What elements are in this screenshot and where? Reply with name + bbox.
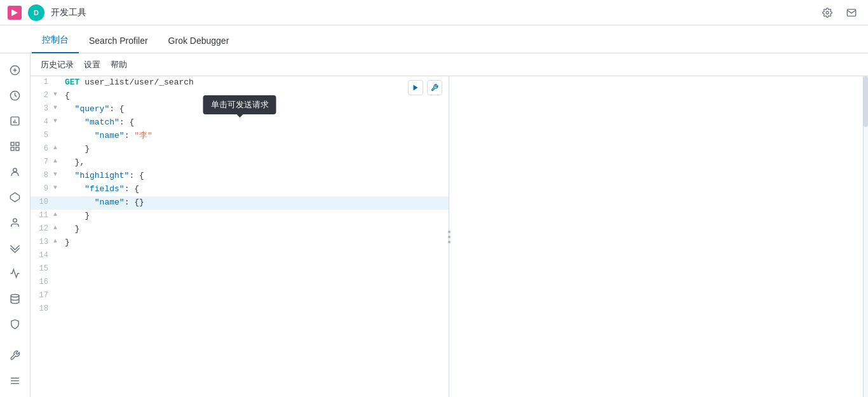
code-line: 16	[31, 276, 449, 290]
svg-rect-7	[16, 142, 19, 145]
sidebar-icon-canvas[interactable]	[4, 160, 27, 183]
main-area: 历史记录 设置 帮助 单击可发送请求	[31, 53, 868, 397]
secondary-toolbar: 历史记录 设置 帮助	[31, 53, 868, 76]
sidebar-icon-siem[interactable]	[4, 313, 27, 335]
code-line: 2 ▼ {	[31, 90, 449, 103]
tab-console[interactable]: 控制台	[32, 28, 79, 53]
user-avatar[interactable]: D	[28, 4, 44, 21]
code-line: 13 ▲ }	[31, 236, 449, 250]
sidebar-icon-more[interactable]	[4, 369, 27, 392]
wrench-button[interactable]	[427, 80, 442, 95]
code-line: 18	[31, 303, 449, 316]
svg-rect-8	[16, 147, 19, 150]
code-line: 7 ▲ },	[31, 156, 449, 170]
sidebar-icon-discover[interactable]	[4, 84, 27, 107]
svg-rect-6	[11, 142, 14, 145]
history-btn[interactable]: 历史记录	[41, 59, 74, 71]
settings-btn[interactable]: 设置	[84, 59, 100, 71]
sidebar-icon-dashboard[interactable]	[4, 135, 27, 158]
svg-point-0	[826, 11, 829, 14]
code-line: 6 ▲ }	[31, 143, 449, 156]
sidebar-icon-user[interactable]	[4, 211, 27, 234]
scrollbar-thumb	[863, 76, 868, 127]
code-line: 14	[31, 250, 449, 263]
sidebar-icon-visualize[interactable]	[4, 109, 27, 132]
content-wrapper: 历史记录 设置 帮助 单击可发送请求	[0, 53, 868, 397]
top-bar: D 开发工具	[0, 0, 868, 25]
sidebar-icon-devtools[interactable]	[4, 344, 27, 367]
code-line: 3 ▼ "query": {	[31, 103, 449, 116]
editor-toolbar	[408, 80, 442, 95]
sidebar	[0, 53, 31, 397]
code-line: 5 "name": "李"	[31, 130, 449, 143]
run-button[interactable]	[408, 80, 423, 95]
code-line: 4 ▼ "match": {	[31, 116, 449, 130]
tab-search-profiler[interactable]: Search Profiler	[79, 29, 158, 53]
sidebar-icon-ml[interactable]	[4, 185, 27, 208]
sidebar-icon-apm[interactable]	[4, 262, 27, 285]
sidebar-icon-home[interactable]	[4, 58, 27, 81]
app-title: 开发工具	[51, 7, 86, 18]
code-line: 11 ▲ }	[31, 210, 449, 223]
sidebar-icon-stack[interactable]	[4, 236, 27, 259]
settings-icon[interactable]	[818, 4, 836, 22]
kibana-logo	[8, 6, 22, 20]
svg-point-10	[13, 168, 17, 172]
left-code-area[interactable]: 1 GET user_list/user/_search 2 ▼ { 3 ▼	[31, 76, 449, 397]
svg-marker-17	[414, 85, 418, 91]
code-line: 15	[31, 263, 449, 276]
sidebar-icon-infra[interactable]	[4, 287, 27, 310]
pane-divider[interactable]	[445, 76, 454, 397]
code-line: 17	[31, 290, 449, 303]
code-line: 1 GET user_list/user/_search	[31, 76, 449, 90]
nav-tabs: 控制台 Search Profiler Grok Debugger	[0, 25, 868, 53]
tab-grok-debugger[interactable]: Grok Debugger	[158, 29, 240, 53]
svg-rect-9	[11, 147, 14, 150]
help-btn[interactable]: 帮助	[111, 59, 127, 71]
mail-icon[interactable]	[843, 4, 860, 22]
svg-marker-11	[10, 192, 19, 201]
left-editor: 单击可发送请求 1 GET user_list/	[31, 76, 449, 397]
code-line: 12 ▲ }	[31, 223, 449, 236]
code-line: 8 ▼ "highlight": {	[31, 170, 449, 183]
editor-panes: 单击可发送请求 1 GET user_list/	[31, 76, 868, 397]
svg-point-12	[13, 219, 17, 222]
right-scrollbar[interactable]	[863, 76, 868, 397]
svg-point-13	[11, 294, 19, 297]
code-line: 9 ▼ "fields": {	[31, 183, 449, 196]
code-line-highlighted: 10 "name": {}	[31, 196, 449, 210]
